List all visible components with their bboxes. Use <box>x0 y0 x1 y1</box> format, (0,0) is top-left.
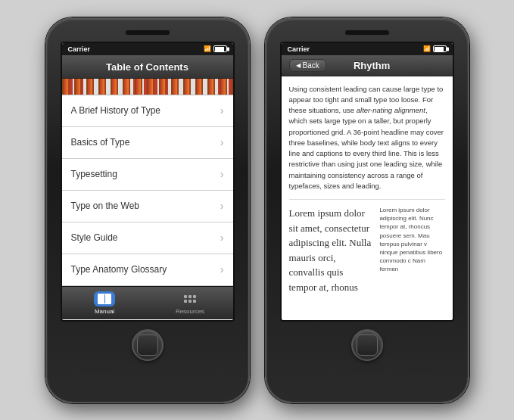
rhythm-nav-bar: Back Rhythm <box>282 55 453 76</box>
back-button[interactable]: Back <box>289 59 326 72</box>
toc-tab-bar: Manual <box>62 286 233 319</box>
battery-icon <box>213 45 227 52</box>
home-button-inner-left <box>137 334 158 356</box>
toc-item-label-6: Type Anatomy Glossary <box>71 264 220 275</box>
toc-title: Table of Contents <box>106 61 188 73</box>
screen-right: Carrier 📶 Back Rhythm Using consistent l… <box>280 42 454 322</box>
toc-item-label-5: Style Guide <box>71 232 220 243</box>
speaker-left <box>125 30 170 36</box>
toc-item-6[interactable]: Type Anatomy Glossary › <box>62 254 233 286</box>
tab-manual[interactable]: Manual <box>62 287 148 319</box>
toc-rings-decoration <box>62 79 233 95</box>
toc-item-2[interactable]: Basics of Type › <box>62 127 233 159</box>
tab-resources[interactable]: Resources <box>148 287 233 319</box>
toc-item-label-4: Type on the Web <box>71 201 220 211</box>
toc-arrow-2: › <box>220 136 224 148</box>
lorem-section: Lorem ipsum dolor sit amet, consectetur … <box>289 199 445 294</box>
status-icons-right: 📶 <box>423 45 447 52</box>
rhythm-body-text: Using consistent leading can cause large… <box>289 84 445 192</box>
rhythm-content: Using consistent leading can cause large… <box>282 76 453 301</box>
wifi-icon-right: 📶 <box>423 45 431 52</box>
toc-nav-bar: Table of Contents <box>62 55 233 79</box>
toc-item-label-1: A Brief History of Type <box>71 105 220 116</box>
toc-arrow-5: › <box>220 232 224 244</box>
status-bar-right: Carrier 📶 <box>282 43 453 55</box>
toc-item-4[interactable]: Type on the Web › <box>62 191 233 222</box>
lorem-big-text: Lorem ipsum dolor sit amet, consectetur … <box>289 206 374 294</box>
speaker-right <box>344 30 390 36</box>
battery-icon-right <box>433 45 447 52</box>
lorem-left-column: Lorem ipsum dolor sit amet, consectetur … <box>289 206 374 294</box>
toc-item-3[interactable]: Typesetting › <box>62 159 233 191</box>
toc-arrow-3: › <box>220 168 224 180</box>
rhythm-title: Rhythm <box>326 60 418 71</box>
tab-icon-manual <box>94 291 115 306</box>
carrier-left: Carrier <box>68 45 91 53</box>
carrier-right: Carrier <box>288 45 310 53</box>
phone-right: Carrier 📶 Back Rhythm Using consistent l… <box>265 17 469 403</box>
home-button-inner-right <box>357 334 378 356</box>
wifi-icon: 📶 <box>204 45 211 52</box>
screen-left: Carrier 📶 Table of Contents A Brief Hist… <box>61 42 235 322</box>
resources-icon <box>183 294 197 304</box>
tab-label-resources: Resources <box>176 308 204 315</box>
phones-container: Carrier 📶 Table of Contents A Brief Hist… <box>45 17 469 403</box>
toc-arrow-6: › <box>220 263 224 275</box>
tab-label-manual: Manual <box>95 308 114 315</box>
status-icons-left: 📶 <box>204 45 227 52</box>
home-button-right[interactable] <box>351 329 383 361</box>
italic-phrase: alter-nating alignment <box>357 106 425 114</box>
toc-list: A Brief History of Type › Basics of Type… <box>62 95 233 286</box>
toc-item-label-2: Basics of Type <box>71 137 220 148</box>
home-button-left[interactable] <box>132 329 164 361</box>
phone-left: Carrier 📶 Table of Contents A Brief Hist… <box>45 17 250 403</box>
tab-icon-resources <box>179 291 201 306</box>
status-bar-left: Carrier 📶 <box>62 43 233 55</box>
toc-item-1[interactable]: A Brief History of Type › <box>62 95 233 127</box>
toc-item-5[interactable]: Style Guide › <box>62 222 233 254</box>
lorem-small-text: Lorem ipsum dolor adipiscing elit. Nunc … <box>379 206 444 274</box>
book-icon <box>98 294 111 304</box>
toc-arrow-1: › <box>220 104 224 117</box>
toc-item-label-3: Typesetting <box>71 169 220 179</box>
toc-arrow-4: › <box>220 200 224 212</box>
lorem-right-column: Lorem ipsum dolor adipiscing elit. Nunc … <box>379 206 444 294</box>
